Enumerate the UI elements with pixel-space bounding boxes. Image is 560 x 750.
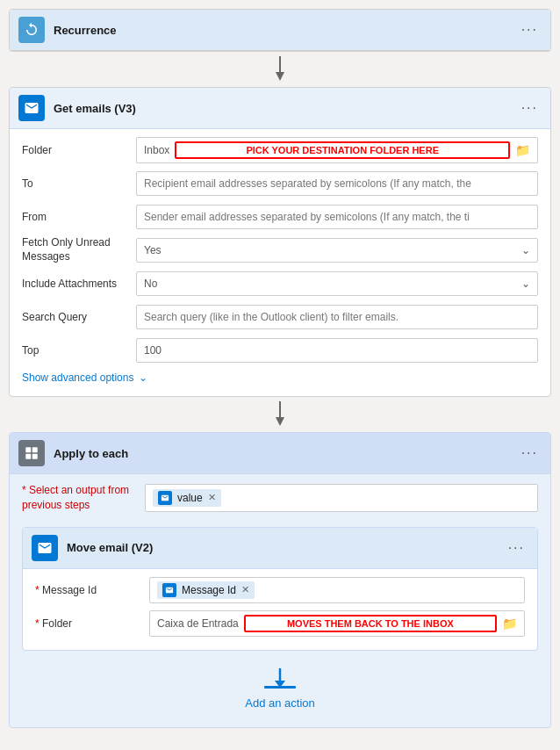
select-output-row: * Select an output from previous steps v… [10, 474, 550, 522]
message-id-chip-close-icon[interactable]: ✕ [241, 584, 249, 595]
get-emails-icon [18, 95, 45, 121]
show-advanced-label: Show advanced options [22, 371, 133, 384]
move-email-more-button[interactable]: ··· [505, 540, 528, 556]
apply-to-each-title: Apply to each [54, 447, 518, 460]
move-email-header: Move email (V2) ··· [23, 528, 537, 569]
move-folder-value: Caixa de Entrada [157, 617, 239, 630]
fetch-row: Fetch Only Unread Messages Yes ⌄ [22, 236, 538, 264]
move-folder-label: Folder [35, 617, 149, 630]
top-label: Top [22, 344, 136, 357]
apply-more-button[interactable]: ··· [518, 445, 542, 461]
recurrence-card: Recurrence ··· [9, 9, 551, 52]
fetch-chevron-icon: ⌄ [521, 244, 530, 256]
to-input[interactable] [144, 177, 530, 190]
add-action-label: Add an action [245, 696, 315, 710]
add-action-container: Add an action [10, 668, 550, 710]
show-advanced-button[interactable]: Show advanced options ⌄ [22, 370, 538, 386]
folder-row: Folder Inbox PICK YOUR DESTINATION FOLDE… [22, 136, 538, 164]
value-chip: value ✕ [153, 489, 221, 507]
message-id-chip: Message Id ✕ [157, 581, 255, 599]
get-emails-header: Get emails (V3) ··· [10, 88, 550, 129]
from-input[interactable] [144, 211, 530, 223]
message-id-chip-icon [162, 583, 176, 597]
value-tag-field[interactable]: value ✕ [145, 484, 538, 512]
attachments-value: No [144, 278, 157, 290]
apply-icon [18, 440, 45, 466]
svg-marker-1 [276, 72, 284, 81]
move-email-card: Move email (V2) ··· Message Id Message I… [22, 527, 538, 651]
from-label: From [22, 211, 136, 223]
advanced-chevron-icon: ⌄ [139, 371, 147, 384]
svg-rect-5 [32, 447, 38, 452]
top-field[interactable]: 100 [136, 338, 538, 363]
move-email-icon [32, 535, 58, 561]
folder-annotation: PICK YOUR DESTINATION FOLDER HERE [175, 141, 510, 159]
arrow-connector-2 [9, 397, 551, 432]
recurrence-header: Recurrence ··· [10, 10, 550, 51]
from-field[interactable] [136, 205, 538, 229]
svg-marker-3 [276, 417, 284, 426]
message-id-chip-label: Message Id [182, 584, 236, 596]
move-folder-browse-icon[interactable]: 📁 [502, 617, 517, 631]
recurrence-title: Recurrence [54, 24, 518, 37]
move-folder-field[interactable]: Caixa de Entrada MOVES THEM BACK TO THE … [149, 610, 525, 637]
svg-rect-7 [32, 454, 38, 459]
move-email-title: Move email (V2) [67, 541, 505, 554]
attachments-row: Include Attachments No ⌄ [22, 270, 538, 298]
search-row: Search Query [22, 303, 538, 331]
to-row: To [22, 169, 538, 198]
attachments-chevron-icon: ⌄ [521, 278, 530, 290]
attachments-label: Include Attachments [22, 278, 136, 290]
fetch-field[interactable]: Yes ⌄ [136, 238, 538, 263]
get-emails-card: Get emails (V3) ··· Folder Inbox PICK YO… [9, 87, 551, 397]
folder-browse-icon[interactable]: 📁 [515, 143, 530, 157]
move-folder-annotation: MOVES THEM BACK TO THE INBOX [244, 615, 497, 632]
top-value: 100 [144, 344, 162, 357]
message-id-field[interactable]: Message Id ✕ [149, 577, 525, 603]
search-input[interactable] [144, 311, 530, 323]
apply-to-each-header: Apply to each ··· [10, 433, 550, 474]
value-chip-close-icon[interactable]: ✕ [208, 492, 216, 503]
get-emails-form: Folder Inbox PICK YOUR DESTINATION FOLDE… [10, 129, 550, 396]
select-output-label: * Select an output from previous steps [22, 483, 136, 513]
message-id-row: Message Id Message Id ✕ [35, 576, 525, 604]
search-label: Search Query [22, 311, 136, 323]
get-emails-more-button[interactable]: ··· [518, 100, 542, 116]
to-field[interactable] [136, 171, 538, 196]
recurrence-icon [18, 17, 45, 43]
recurrence-more-button[interactable]: ··· [518, 22, 542, 38]
apply-to-each-card: Apply to each ··· * Select an output fro… [9, 432, 551, 728]
svg-rect-4 [25, 447, 31, 452]
value-chip-icon [158, 491, 172, 505]
fetch-value: Yes [144, 244, 162, 256]
value-chip-label: value [177, 492, 203, 504]
move-email-form: Message Id Message Id ✕ Folder [23, 569, 537, 650]
folder-value: Inbox [144, 144, 169, 156]
move-folder-row: Folder Caixa de Entrada MOVES THEM BACK … [35, 609, 525, 638]
arrow-connector-1 [9, 52, 551, 87]
folder-label: Folder [22, 144, 136, 156]
top-row: Top 100 [22, 336, 538, 364]
to-label: To [22, 177, 136, 190]
attachments-field[interactable]: No ⌄ [136, 271, 538, 296]
search-field[interactable] [136, 305, 538, 329]
message-id-label: Message Id [35, 584, 149, 596]
from-row: From [22, 203, 538, 231]
fetch-label: Fetch Only Unread Messages [22, 236, 136, 263]
svg-rect-6 [25, 454, 31, 459]
folder-field[interactable]: Inbox PICK YOUR DESTINATION FOLDER HERE … [136, 137, 538, 163]
get-emails-title: Get emails (V3) [54, 102, 518, 115]
add-action-button[interactable]: Add an action [245, 668, 315, 710]
